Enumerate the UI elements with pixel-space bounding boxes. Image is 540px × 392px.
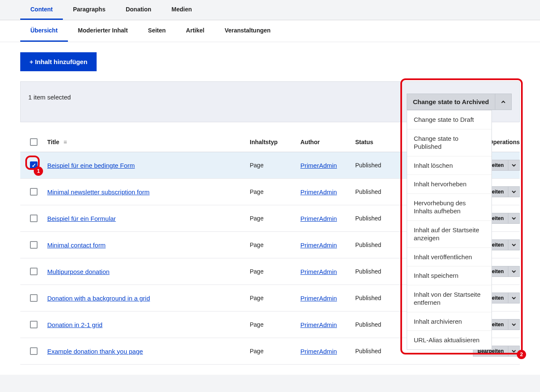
content-type: Page xyxy=(250,268,300,275)
bulk-action-item[interactable]: URL-Alias aktualisieren xyxy=(407,331,491,349)
content-type: Page xyxy=(250,215,300,222)
status-text: Published xyxy=(355,295,397,301)
row-checkbox[interactable] xyxy=(30,294,38,302)
bulk-action-item[interactable]: Inhalt archivieren xyxy=(407,312,491,331)
row-ops-toggle[interactable] xyxy=(508,160,520,171)
secondary-tab[interactable]: Übersicht xyxy=(20,20,68,42)
row-ops-toggle[interactable] xyxy=(508,213,520,224)
primary-tab[interactable]: Paragraphs xyxy=(63,0,116,20)
row-ops-toggle[interactable] xyxy=(508,266,520,277)
row-checkbox[interactable] xyxy=(30,215,38,222)
select-all-checkbox[interactable] xyxy=(30,138,38,146)
primary-tab[interactable]: Medien xyxy=(162,0,202,20)
sort-icon: ≡ xyxy=(63,139,67,145)
author-link[interactable]: PrimerAdmin xyxy=(300,162,337,169)
bulk-action-item[interactable]: Inhalt auf der Startseite anzeigen xyxy=(407,221,491,248)
add-content-button[interactable]: + Inhalt hinzufügen xyxy=(20,52,97,71)
bulk-action-item[interactable]: Change state to Draft xyxy=(407,110,491,129)
status-text: Published xyxy=(355,215,397,222)
row-checkbox[interactable] xyxy=(30,347,38,355)
column-title[interactable]: Title ≡ xyxy=(47,139,250,145)
content-type: Page xyxy=(250,162,300,169)
secondary-tabs: ÜbersichtModerierter InhaltSeitenArtikel… xyxy=(0,20,540,42)
primary-tabs: ContentParagraphsDonationMedien xyxy=(0,0,540,20)
secondary-tab[interactable]: Moderierter Inhalt xyxy=(68,20,138,42)
author-link[interactable]: PrimerAdmin xyxy=(300,242,337,249)
column-status[interactable]: Status xyxy=(355,139,397,145)
bulk-action-item[interactable]: Inhalt von der Startseite entfernen xyxy=(407,285,491,312)
author-link[interactable]: PrimerAdmin xyxy=(300,348,337,355)
bulk-action-item[interactable]: Inhalt hervorheben xyxy=(407,175,491,194)
content-title-link[interactable]: Donation with a background in a grid xyxy=(47,295,150,302)
status-text: Published xyxy=(355,162,397,169)
status-text: Published xyxy=(355,268,397,275)
chevron-down-icon xyxy=(512,243,516,247)
content-title-link[interactable]: Beispiel für ein Formular xyxy=(47,215,116,222)
chevron-down-icon xyxy=(512,349,516,353)
row-ops-toggle[interactable] xyxy=(508,319,520,330)
status-text: Published xyxy=(355,348,397,354)
bulk-action-item[interactable]: Hervorhebung des Inhalts aufheben xyxy=(407,194,491,221)
content-title-link[interactable]: Minimal contact form xyxy=(47,242,105,249)
author-link[interactable]: PrimerAdmin xyxy=(300,268,337,275)
bulk-action-label: Change state to Archived xyxy=(413,98,489,105)
bulk-action-item[interactable]: Change state to Published xyxy=(407,129,491,156)
author-link[interactable]: PrimerAdmin xyxy=(300,321,337,328)
content-title-link[interactable]: Minimal newsletter subscription form xyxy=(47,188,150,196)
row-ops-toggle[interactable] xyxy=(508,239,520,250)
chevron-down-icon xyxy=(512,216,516,220)
bulk-action-item[interactable]: Inhalt veröffentlichen xyxy=(407,248,491,267)
row-checkbox[interactable] xyxy=(30,321,38,328)
row-checkbox[interactable] xyxy=(30,188,38,196)
bulk-action-menu: Change state to DraftChange state to Pub… xyxy=(407,110,492,350)
bulk-action-toggle[interactable] xyxy=(495,94,512,110)
selection-count: 1 item selected xyxy=(28,94,71,101)
chevron-down-icon xyxy=(512,269,516,274)
author-link[interactable]: PrimerAdmin xyxy=(300,215,337,222)
chevron-down-icon xyxy=(512,322,516,327)
content-type: Page xyxy=(250,242,300,248)
content-title-link[interactable]: Multipurpose donation xyxy=(47,268,110,275)
row-checkbox[interactable] xyxy=(30,241,38,249)
content-type: Page xyxy=(250,188,300,195)
content-title-link[interactable]: Donation in 2-1 grid xyxy=(47,321,103,328)
primary-tab[interactable]: Content xyxy=(20,0,63,20)
bulk-action-button[interactable]: Change state to Archived xyxy=(407,94,495,110)
annotation-badge-1: 1 xyxy=(34,166,43,176)
content-type: Page xyxy=(250,321,300,328)
author-link[interactable]: PrimerAdmin xyxy=(300,295,337,302)
status-text: Published xyxy=(355,321,397,328)
content-type: Page xyxy=(250,295,300,301)
bulk-action-dropdown: Change state to Archived Change state to… xyxy=(407,94,512,110)
column-author[interactable]: Author xyxy=(300,139,355,145)
secondary-tab[interactable]: Veranstaltungen xyxy=(214,20,281,42)
content-title-link[interactable]: Example donation thank you page xyxy=(47,348,143,355)
row-checkbox[interactable] xyxy=(30,268,38,275)
secondary-tab[interactable]: Seiten xyxy=(138,20,176,42)
row-ops-toggle[interactable] xyxy=(508,293,520,303)
column-type[interactable]: Inhaltstyp xyxy=(250,139,300,145)
content-title-link[interactable]: Beispiel für eine bedingte Form xyxy=(47,162,135,169)
author-link[interactable]: PrimerAdmin xyxy=(300,188,337,196)
content-type: Page xyxy=(250,348,300,354)
annotation-badge-2: 2 xyxy=(517,350,526,359)
primary-tab[interactable]: Donation xyxy=(116,0,162,20)
chevron-down-icon xyxy=(512,163,516,167)
bulk-action-item[interactable]: Inhalt löschen xyxy=(407,156,491,175)
chevron-down-icon xyxy=(512,190,516,194)
selection-bar: 1 item selected Change state to Archived… xyxy=(20,81,520,122)
status-text: Published xyxy=(355,242,397,248)
status-text: Published xyxy=(355,188,397,195)
row-ops-toggle[interactable] xyxy=(508,186,520,197)
chevron-up-icon xyxy=(501,100,505,104)
chevron-down-icon xyxy=(512,296,516,300)
bulk-action-item[interactable]: Inhalt speichern xyxy=(407,266,491,285)
secondary-tab[interactable]: Artikel xyxy=(176,20,215,42)
